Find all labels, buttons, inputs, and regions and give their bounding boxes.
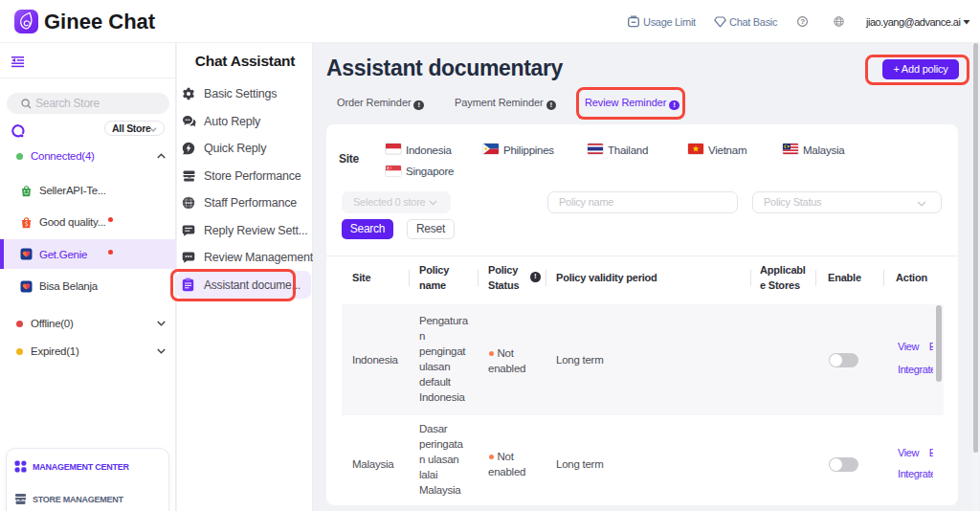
svg-text:?: ? [800, 17, 805, 26]
